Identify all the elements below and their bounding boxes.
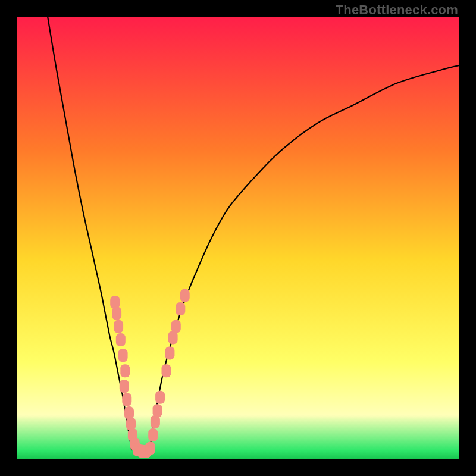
marker-dot [162,364,171,377]
gradient-bg [17,17,459,459]
marker-dot [120,364,130,377]
marker-dot [165,346,174,359]
chart-frame: TheBottleneck.com [0,0,476,476]
marker-dot [180,289,190,302]
marker-dot [112,307,121,320]
marker-dot [153,404,162,417]
attribution-label: TheBottleneck.com [336,2,458,18]
marker-dot [171,320,181,333]
marker-dot [148,428,158,441]
marker-dot [118,349,128,362]
bottleneck-chart [17,17,459,459]
marker-dot [122,393,131,406]
marker-dot [116,333,126,346]
marker-dot [146,441,155,455]
marker-dot [176,302,185,315]
marker-dot [120,380,129,393]
marker-dot [110,296,120,309]
marker-dot [126,418,136,431]
marker-dot [114,320,123,333]
plot-area [17,17,459,459]
marker-dot [155,391,165,404]
marker-dot [124,406,134,419]
